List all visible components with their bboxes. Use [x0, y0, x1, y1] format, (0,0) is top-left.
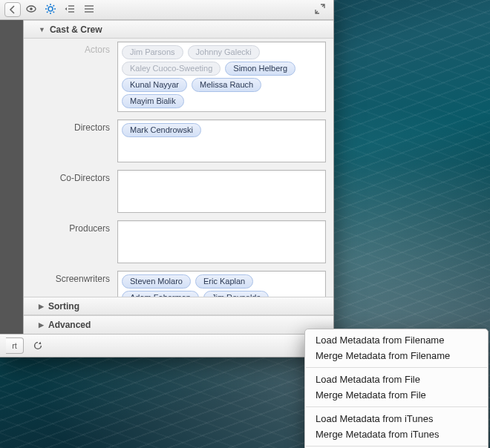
- menu-separator: [306, 446, 487, 447]
- svg-line-10: [53, 5, 54, 6]
- row-screenwriters: Screenwriters Steven MolaroEric KaplanAd…: [30, 271, 326, 297]
- menu-separator: [306, 367, 487, 368]
- row-co-directors: Co-Directors: [30, 170, 326, 213]
- menu-separator: [306, 406, 487, 407]
- chevron-right-icon: ▶: [39, 321, 44, 329]
- svg-point-2: [48, 7, 53, 11]
- chevron-right-icon: ▶: [39, 303, 44, 310]
- token[interactable]: Eric Kaplan: [195, 274, 253, 289]
- svg-line-7: [47, 5, 48, 6]
- token[interactable]: Simon Helberg: [225, 62, 295, 76]
- section-sorting[interactable]: ▶ Sorting: [24, 297, 333, 315]
- bottom-bar: rt: [0, 334, 333, 357]
- stub-button[interactable]: rt: [6, 337, 24, 354]
- field-label: Co-Directors: [30, 170, 117, 183]
- menu-item[interactable]: Merge Metadata from iTunes: [305, 426, 488, 442]
- cast-crew-fields: Actors Jim ParsonsJohnny GaleckiKaley Cu…: [24, 39, 333, 297]
- token[interactable]: Mayim Bialik: [122, 94, 184, 108]
- list-icon[interactable]: [83, 3, 98, 17]
- menu-item[interactable]: Load Metadata from iTunes: [305, 411, 488, 426]
- section-title: Advanced: [48, 320, 91, 330]
- section-title: Sorting: [48, 301, 79, 312]
- section-cast-crew[interactable]: ▼ Cast & Crew: [24, 20, 333, 39]
- token[interactable]: Mark Cendrowski: [122, 123, 201, 137]
- menu-item[interactable]: Load Metadata from Filename: [305, 332, 488, 348]
- content-area: ▼ Cast & Crew Actors Jim ParsonsJohnny G…: [0, 20, 333, 334]
- actors-field[interactable]: Jim ParsonsJohnny GaleckiKaley Cuoco-Swe…: [117, 42, 326, 112]
- field-label: Actors: [30, 42, 117, 55]
- token[interactable]: Johnny Galecki: [188, 45, 260, 59]
- outdent-icon[interactable]: [64, 3, 79, 17]
- directors-field[interactable]: Mark Cendrowski: [117, 119, 326, 162]
- field-label: Screenwriters: [30, 271, 117, 284]
- token[interactable]: Melissa Rauch: [192, 78, 261, 92]
- section-title: Cast & Crew: [50, 24, 102, 35]
- producers-field[interactable]: [117, 220, 326, 263]
- main-column: ▼ Cast & Crew Actors Jim ParsonsJohnny G…: [24, 20, 333, 334]
- token[interactable]: Jim Parsons: [122, 45, 183, 59]
- svg-line-8: [53, 11, 54, 12]
- gear-icon[interactable]: [45, 3, 59, 17]
- expand-icon[interactable]: [314, 3, 329, 17]
- token[interactable]: Adam Faberman: [122, 291, 199, 297]
- field-label: Producers: [30, 220, 117, 234]
- back-button[interactable]: [4, 2, 21, 17]
- eye-icon[interactable]: [25, 3, 40, 17]
- toolbar: [0, 0, 333, 20]
- menu-item[interactable]: Load Metadata from File: [305, 372, 488, 387]
- row-producers: Producers: [30, 220, 326, 263]
- co-directors-field[interactable]: [117, 170, 326, 213]
- context-menu: Load Metadata from FilenameMerge Metadat…: [304, 329, 489, 448]
- menu-item[interactable]: Merge Metadata from File: [305, 387, 488, 403]
- section-advanced[interactable]: ▶ Advanced: [24, 315, 333, 334]
- token[interactable]: Kaley Cuoco-Sweeting: [122, 62, 220, 76]
- svg-line-9: [47, 11, 48, 12]
- field-label: Directors: [30, 119, 117, 133]
- svg-point-1: [30, 7, 33, 10]
- token[interactable]: Jim Reynolds: [203, 291, 269, 297]
- inspector-panel: ▼ Cast & Crew Actors Jim ParsonsJohnny G…: [0, 0, 334, 358]
- row-directors: Directors Mark Cendrowski: [30, 119, 326, 162]
- token[interactable]: Kunal Nayyar: [122, 78, 187, 92]
- left-gutter: [0, 20, 24, 334]
- token[interactable]: Steven Molaro: [122, 274, 191, 289]
- screenwriters-field[interactable]: Steven MolaroEric KaplanAdam FabermanJim…: [117, 271, 326, 297]
- menu-item[interactable]: Merge Metadata from Filename: [305, 348, 488, 363]
- reload-button[interactable]: [30, 338, 46, 353]
- row-actors: Actors Jim ParsonsJohnny GaleckiKaley Cu…: [30, 42, 326, 112]
- chevron-down-icon: ▼: [39, 26, 45, 33]
